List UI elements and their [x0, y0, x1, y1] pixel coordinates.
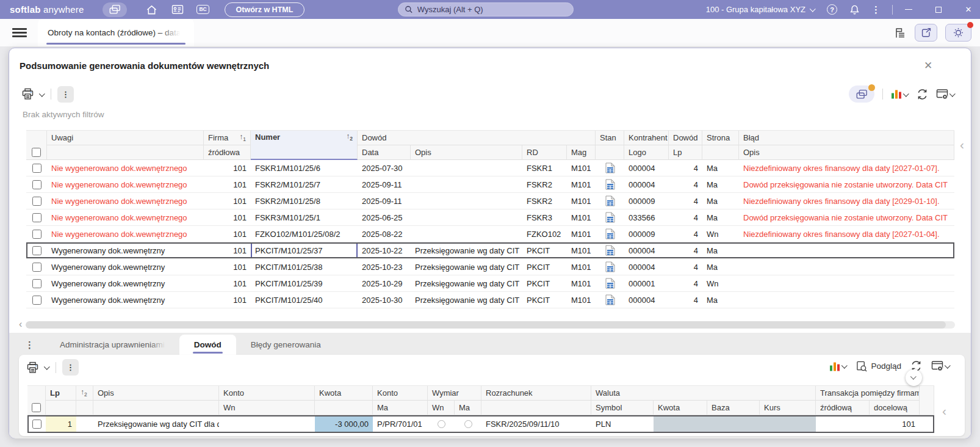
row-checkbox[interactable]	[32, 263, 41, 272]
print-button[interactable]	[21, 88, 34, 100]
table-row[interactable]: Nie wygenerowano dok.wewnętrznego 101 FS…	[26, 209, 954, 226]
minimize-button[interactable]	[904, 2, 913, 17]
tab-obroty-na-kontach[interactable]: Obroty na kontach (źródłowe) – data CIT	[38, 19, 194, 46]
collapse-columns-chevron[interactable]: ‹	[942, 404, 946, 418]
col-opis[interactable]: Opis	[93, 386, 219, 401]
col-data[interactable]: Data	[358, 145, 411, 160]
col-group-dowod[interactable]: Dowód	[358, 131, 596, 145]
open-in-html-button[interactable]: Otwórz w HTML	[225, 2, 305, 17]
table-row[interactable]: Nie wygenerowano dok.wewnętrznego 101 FS…	[26, 176, 954, 193]
col-waluta-kwota[interactable]: Kwota	[654, 401, 707, 415]
col-baza[interactable]: Baza	[707, 401, 760, 415]
col-opis[interactable]: Opis	[411, 145, 522, 160]
col-blad[interactable]: Błąd	[739, 131, 954, 145]
col-konto-wn[interactable]: Konto	[219, 386, 315, 401]
col-symbol[interactable]: Symbol	[591, 401, 654, 415]
close-window-button[interactable]: ✕	[964, 2, 973, 17]
col-strona[interactable]: Strona	[702, 131, 739, 145]
help-button[interactable]: ?	[827, 4, 837, 15]
col-kwota[interactable]: Kwota	[315, 386, 373, 401]
notifications-button[interactable]	[849, 2, 860, 17]
scroll-left-icon[interactable]: ‹	[19, 319, 22, 329]
col-group-transakcja[interactable]: Transakcja pomiędzy firmami	[816, 386, 920, 401]
col-zrodlowa[interactable]: źródłową	[816, 401, 870, 415]
col-rd[interactable]: RD	[522, 145, 567, 160]
row-checkbox[interactable]	[32, 164, 41, 173]
print-button[interactable]	[26, 362, 39, 374]
col-docelowa[interactable]: docelową	[870, 401, 920, 415]
share-button[interactable]	[915, 24, 937, 42]
search-input[interactable]	[417, 5, 567, 14]
table-row[interactable]: Nie wygenerowano dok.wewnętrznego 101 FS…	[26, 160, 954, 176]
row-checkbox[interactable]	[32, 279, 41, 288]
table-row[interactable]: Nie wygenerowano dok.wewnętrznego 101 FS…	[26, 193, 954, 209]
dialog-close-button[interactable]: ✕	[921, 58, 935, 73]
row-checkbox[interactable]	[32, 197, 41, 206]
row-checkbox[interactable]	[32, 213, 41, 222]
tab-dowod[interactable]: Dowód	[179, 335, 236, 355]
col-stan[interactable]: Stan	[596, 131, 624, 145]
detail-tabs-menu-button[interactable]: ⋮	[25, 340, 34, 349]
dowod-row[interactable]: 1 Przeksięgowanie wg daty CIT dla d -3 0…	[27, 415, 934, 433]
grid-settings-button[interactable]	[931, 360, 950, 372]
preview-button[interactable]: Podgląd	[856, 361, 901, 372]
table-row[interactable]: Wygenerowany dok.wewnętrzny 101 PKCIT/M1…	[26, 275, 954, 292]
col-blad-opis[interactable]: Opis	[739, 145, 954, 160]
whats-new-button[interactable]	[945, 24, 971, 42]
select-all-checkbox[interactable]	[32, 403, 41, 412]
row-checkbox[interactable]	[32, 230, 41, 239]
col-rozrachunek[interactable]: Rozrachunek	[481, 386, 591, 401]
table-row[interactable]: Nie wygenerowano dok.wewnętrznego 101 FZ…	[26, 226, 954, 242]
refresh-button[interactable]	[917, 89, 928, 100]
col-group-waluta[interactable]: Waluta	[591, 386, 816, 401]
row-checkbox[interactable]	[32, 246, 41, 255]
col-lp[interactable]: Lp	[46, 386, 76, 401]
stacked-views-button[interactable]	[849, 85, 874, 103]
maximize-button[interactable]	[934, 2, 943, 17]
select-all-checkbox[interactable]	[32, 148, 41, 157]
col-group-wymiar[interactable]: Wymiar	[428, 386, 481, 401]
col-mag[interactable]: Mag	[567, 145, 596, 160]
col-dowod2[interactable]: Dowód	[669, 131, 702, 145]
more-actions-button[interactable]: ⋮	[57, 86, 74, 103]
collapse-panel-button[interactable]	[906, 369, 922, 386]
chart-view-button[interactable]	[891, 89, 909, 100]
row-checkbox[interactable]	[32, 296, 41, 305]
stacked-pages-button[interactable]	[103, 2, 127, 17]
contact-card-button[interactable]	[170, 2, 186, 17]
bc-app-button[interactable]: BC	[195, 2, 211, 17]
wymiar-ma-radio[interactable]	[464, 420, 472, 428]
col-logo[interactable]: Logo	[624, 145, 669, 160]
print-options-chevron-icon[interactable]	[39, 90, 45, 96]
flag-list-button[interactable]	[894, 27, 907, 39]
col-kurs[interactable]: Kurs	[760, 401, 816, 415]
global-search[interactable]	[398, 2, 574, 16]
titlebar-menu-button[interactable]: ⋮	[871, 5, 881, 14]
col-firma[interactable]: Firma↑1	[204, 131, 251, 145]
scrollbar-thumb[interactable]	[26, 321, 945, 329]
col-konto-ma[interactable]: Konto	[373, 386, 428, 401]
horizontal-scrollbar[interactable]: ‹	[19, 321, 955, 329]
tab-administracja-uprawnieniami[interactable]: Administracja uprawnieniami	[45, 335, 179, 355]
col-wymiar-wn[interactable]: Wn	[428, 401, 455, 415]
col-kontrahent[interactable]: Kontrahent	[624, 131, 669, 145]
company-selector[interactable]: 100 - Grupa kapitałowa XYZ	[706, 5, 815, 14]
wymiar-wn-radio[interactable]	[438, 420, 445, 428]
table-row[interactable]: Wygenerowany dok.wewnętrzny 101 PKCIT/M1…	[26, 259, 954, 275]
chart-view-button[interactable]	[829, 361, 847, 372]
home-button[interactable]	[144, 2, 160, 17]
print-options-chevron-icon[interactable]	[44, 364, 50, 370]
row-checkbox[interactable]	[32, 180, 41, 189]
hamburger-menu-button[interactable]	[12, 28, 27, 37]
table-row[interactable]: Wygenerowany dok.wewnętrzny 101 PKCIT/M1…	[26, 242, 954, 259]
tab-bledy-generowania[interactable]: Błędy generowania	[236, 335, 336, 355]
col-uwagi[interactable]: Uwagi	[47, 131, 204, 145]
row-checkbox[interactable]	[32, 420, 41, 429]
col-lp[interactable]: Lp	[669, 145, 702, 160]
collapse-columns-chevron[interactable]: ‹	[960, 137, 964, 152]
scrollbar-track[interactable]	[26, 321, 955, 329]
col-wymiar-ma[interactable]: Ma	[455, 401, 481, 415]
col-numer[interactable]: Numer↑2	[251, 131, 358, 160]
grid-settings-button[interactable]	[936, 89, 955, 100]
table-row[interactable]: Wygenerowany dok.wewnętrzny 101 PKCIT/M1…	[26, 292, 954, 308]
